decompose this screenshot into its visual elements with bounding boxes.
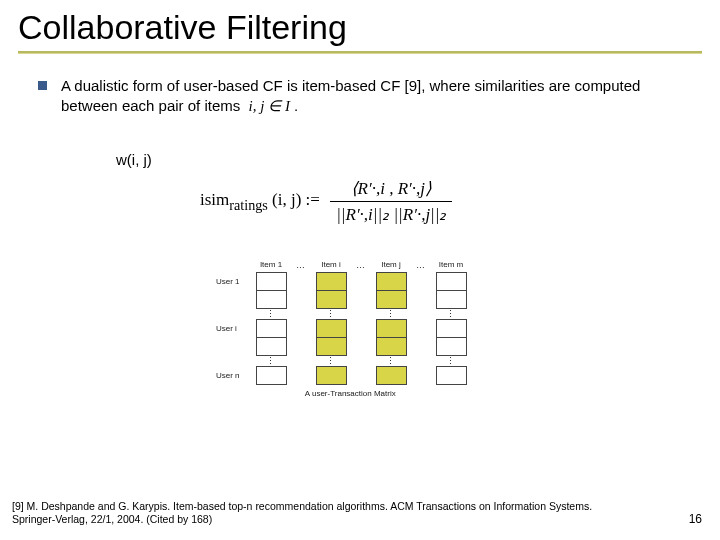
formula-denominator: ||R′·,i||₂ ||R′·,j||₂ [330, 202, 452, 225]
matrix-header-row: Item 1 … Item i … Item j … Item m [216, 260, 466, 272]
matrix-vdots: ⋮⋮⋮⋮ [216, 308, 466, 319]
matrix-vdots: ⋮⋮⋮⋮ [216, 355, 466, 366]
bullet-text: A dualistic form of user-based CF is ite… [61, 76, 686, 117]
weight-label: w(i, j) [116, 151, 720, 168]
formula-args: (i, j) := [272, 190, 320, 209]
col-label: Item m [436, 260, 466, 272]
bullet-item: A dualistic form of user-based CF is ite… [38, 76, 686, 117]
title-rule [18, 51, 702, 54]
col-label: Item 1 [256, 260, 286, 272]
row-label: User 1 [216, 272, 256, 290]
bullet-ij: i, j ∈ I [249, 98, 290, 114]
page-number: 16 [689, 512, 702, 526]
bullet-post2: . [290, 97, 298, 114]
bullet-pre: A dualistic form of user-based CF is [61, 77, 302, 94]
table-row [216, 290, 466, 308]
formula: isimratings (i, j) := ⟨R′·,i , R′·,j⟩ ||… [200, 178, 452, 225]
transaction-matrix: Item 1 … Item i … Item j … Item m User 1… [216, 260, 467, 385]
row-label: User n [216, 366, 256, 384]
table-row: User 1 [216, 272, 466, 290]
matrix-figure: Item 1 … Item i … Item j … Item m User 1… [216, 260, 467, 398]
col-label: Item i [316, 260, 346, 272]
reference: [9] M. Deshpande and G. Karypis. Item-ba… [12, 500, 612, 526]
matrix-caption: A user-Transaction Matrix [216, 389, 467, 398]
col-label: Item j [376, 260, 406, 272]
formula-numerator: ⟨R′·,i , R′·,j⟩ [330, 178, 452, 202]
table-row [216, 337, 466, 355]
formula-lhs: isim [200, 190, 229, 209]
slide-title: Collaborative Filtering [0, 0, 720, 51]
table-row: User i [216, 319, 466, 337]
row-label: User i [216, 319, 256, 337]
formula-fraction: ⟨R′·,i , R′·,j⟩ ||R′·,i||₂ ||R′·,j||₂ [330, 178, 452, 225]
bullet-marker-icon [38, 81, 47, 90]
formula-sub: ratings [229, 197, 268, 213]
bullet-emph: item-based CF [302, 77, 400, 94]
table-row: User n [216, 366, 466, 384]
